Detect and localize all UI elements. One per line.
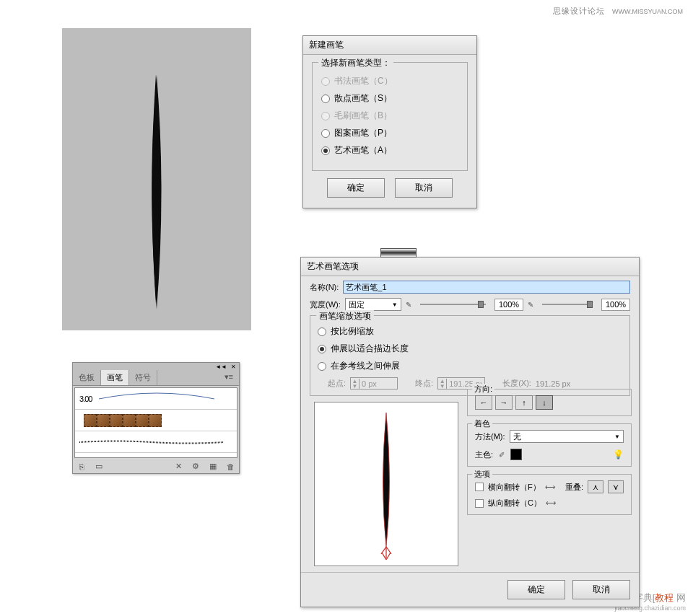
ok-button[interactable]: 确定 bbox=[507, 580, 565, 599]
brush-list-item[interactable] bbox=[75, 410, 237, 431]
width-right-value[interactable]: 100% bbox=[601, 299, 630, 311]
brush-type-legend: 选择新画笔类型： bbox=[318, 57, 393, 69]
radio-calligraphic: 书法画笔（C） bbox=[321, 75, 458, 87]
radio-icon bbox=[321, 112, 330, 120]
flip-v-checkbox[interactable] bbox=[475, 499, 484, 508]
width-left-value[interactable]: 100% bbox=[494, 299, 523, 311]
radio-icon bbox=[321, 129, 330, 138]
radio-icon bbox=[321, 146, 330, 155]
brush-list-item[interactable] bbox=[75, 431, 237, 453]
brush-list[interactable]: 3.00 bbox=[74, 387, 237, 458]
radio-label: 书法画笔（C） bbox=[334, 75, 393, 87]
flip-h-checkbox[interactable] bbox=[475, 483, 484, 491]
keycolor-label: 主色: bbox=[475, 449, 493, 460]
direction-fieldset: 方向: ← → ↑ ↓ bbox=[467, 389, 632, 416]
method-label: 方法(M): bbox=[475, 431, 505, 442]
tab-brushes[interactable]: 画笔 bbox=[101, 370, 129, 385]
radio-pattern[interactable]: 图案画笔（P） bbox=[321, 127, 458, 139]
new-brush-dialog: 新建画笔 选择新画笔类型： 书法画笔（C） 散点画笔（S） 毛刷画笔（B） 图案… bbox=[302, 35, 477, 208]
scale-legend: 画笔缩放选项 bbox=[316, 310, 374, 322]
radio-label: 在参考线之间伸展 bbox=[331, 360, 400, 372]
radio-art[interactable]: 艺术画笔（A） bbox=[321, 144, 458, 157]
name-label: 名称(N): bbox=[310, 282, 339, 293]
brush-list-item[interactable]: 3.00 bbox=[75, 388, 237, 410]
ok-button[interactable]: 确定 bbox=[327, 178, 385, 198]
keycolor-swatch[interactable] bbox=[510, 449, 522, 460]
radio-icon bbox=[318, 362, 326, 371]
width-label: 宽度(W): bbox=[310, 299, 341, 310]
new-brush-title: 新建画笔 bbox=[303, 36, 476, 55]
brushes-panel: ◄◄ ✕ 色板 画笔 符号 ▾≡ 3.00 ⎘ ▭ ✕ ⚙ ▦ 🗑 bbox=[72, 362, 240, 474]
flip-h-label: 横向翻转（F） bbox=[488, 482, 541, 493]
options-fieldset: 选项 横向翻转（F） ⟷ 重叠: ⋏ ⋎ 纵向翻转（C） ⟷ bbox=[467, 474, 632, 515]
chevron-down-icon: ▼ bbox=[392, 302, 398, 308]
direction-down-button[interactable]: ↓ bbox=[536, 395, 553, 410]
direction-left-button[interactable]: ← bbox=[475, 395, 492, 410]
radio-label: 按比例缩放 bbox=[331, 325, 374, 338]
combo-value: 无 bbox=[513, 431, 521, 442]
flip-v-icon: ⟷ bbox=[546, 499, 556, 507]
radio-icon bbox=[318, 327, 326, 336]
tint-fieldset: 着色 方法(M): 无 ▼ 主色: ✐ 💡 bbox=[467, 423, 632, 467]
width-slider-left[interactable] bbox=[420, 304, 486, 305]
dialog-tab-handle[interactable] bbox=[380, 248, 417, 258]
direction-legend: 方向: bbox=[472, 384, 494, 395]
tint-legend: 着色 bbox=[472, 418, 492, 429]
radio-label: 图案画笔（P） bbox=[334, 127, 392, 139]
remove-stroke-icon[interactable]: ✕ bbox=[173, 462, 184, 471]
width-mode-combo[interactable]: 固定 ▼ bbox=[345, 298, 401, 311]
eyedropper-icon[interactable]: ✐ bbox=[499, 451, 505, 459]
libraries-menu-icon[interactable]: ▭ bbox=[93, 462, 105, 471]
brush-libraries-icon[interactable]: ⎘ bbox=[76, 462, 87, 471]
brush-thickness: 3.00 bbox=[79, 395, 92, 403]
chevron-down-icon: ▼ bbox=[614, 434, 620, 440]
new-brush-icon[interactable]: ▦ bbox=[207, 462, 219, 471]
cancel-button[interactable]: 取消 bbox=[395, 178, 453, 198]
flip-v-label: 纵向翻转（C） bbox=[488, 498, 541, 509]
tip-icon[interactable]: 💡 bbox=[613, 449, 624, 459]
watermark-site-url: WWW.MISSYUAN.COM bbox=[612, 8, 683, 15]
radio-scale-proportional[interactable]: 按比例缩放 bbox=[318, 325, 622, 338]
flip-h-icon: ⟷ bbox=[545, 483, 555, 491]
radio-label: 毛刷画笔（B） bbox=[334, 110, 392, 122]
length-label: 长度(X): bbox=[502, 378, 531, 389]
panel-footer: ⎘ ▭ ✕ ⚙ ▦ 🗑 bbox=[73, 459, 239, 473]
watermark-top: 思缘设计论坛 WWW.MISSYUAN.COM bbox=[553, 6, 683, 17]
radio-icon bbox=[318, 345, 326, 353]
brush-name-input[interactable]: 艺术画笔_1 bbox=[343, 281, 630, 294]
overlap-mode-a-button[interactable]: ⋏ bbox=[588, 480, 603, 493]
art-brush-title: 艺术画笔选项 bbox=[301, 258, 639, 276]
canvas-artboard[interactable] bbox=[62, 28, 251, 330]
scale-options-fieldset: 画笔缩放选项 按比例缩放 伸展以适合描边长度 在参考线之间伸展 起点: ▲▼ 终… bbox=[310, 315, 630, 396]
panel-collapse-icon[interactable]: ◄◄ bbox=[215, 364, 227, 370]
radio-icon bbox=[321, 94, 330, 103]
end-label: 终点: bbox=[415, 378, 433, 389]
radio-label: 艺术画笔（A） bbox=[334, 144, 392, 157]
length-value: 191.25 px bbox=[536, 379, 570, 388]
panel-menu-icon[interactable]: ▾≡ bbox=[219, 370, 239, 385]
tab-swatches[interactable]: 色板 bbox=[73, 370, 101, 385]
brush-type-fieldset: 选择新画笔类型： 书法画笔（C） 散点画笔（S） 毛刷画笔（B） 图案画笔（P）… bbox=[312, 62, 468, 171]
direction-up-button[interactable]: ↑ bbox=[515, 395, 533, 410]
panel-topbar: ◄◄ ✕ bbox=[73, 363, 239, 370]
radio-scale-stretch[interactable]: 伸展以适合描边长度 bbox=[318, 343, 622, 355]
radio-bristle: 毛刷画笔（B） bbox=[321, 110, 458, 122]
panel-close-icon[interactable]: ✕ bbox=[231, 364, 236, 370]
overlap-label: 重叠: bbox=[565, 482, 583, 493]
brush-preview bbox=[314, 402, 458, 566]
brush-options-icon[interactable]: ⚙ bbox=[190, 462, 201, 471]
delete-brush-icon[interactable]: 🗑 bbox=[225, 462, 236, 471]
tab-symbols[interactable]: 符号 bbox=[129, 370, 157, 385]
pen-pressure-icon: ✎ bbox=[406, 301, 411, 309]
radio-scatter[interactable]: 散点画笔（S） bbox=[321, 92, 458, 105]
overlap-mode-b-button[interactable]: ⋎ bbox=[608, 480, 624, 493]
width-slider-right[interactable] bbox=[542, 304, 593, 305]
options-legend: 选项 bbox=[472, 469, 492, 480]
tint-method-combo[interactable]: 无 ▼ bbox=[510, 430, 624, 443]
start-value-input: ▲▼ bbox=[350, 377, 398, 390]
watermark-site-zh: 思缘设计论坛 bbox=[553, 6, 605, 15]
radio-scale-between-guides[interactable]: 在参考线之间伸展 bbox=[318, 360, 622, 372]
direction-right-button[interactable]: → bbox=[495, 395, 513, 410]
radio-label: 散点画笔（S） bbox=[334, 92, 392, 105]
cancel-button[interactable]: 取消 bbox=[572, 580, 630, 599]
